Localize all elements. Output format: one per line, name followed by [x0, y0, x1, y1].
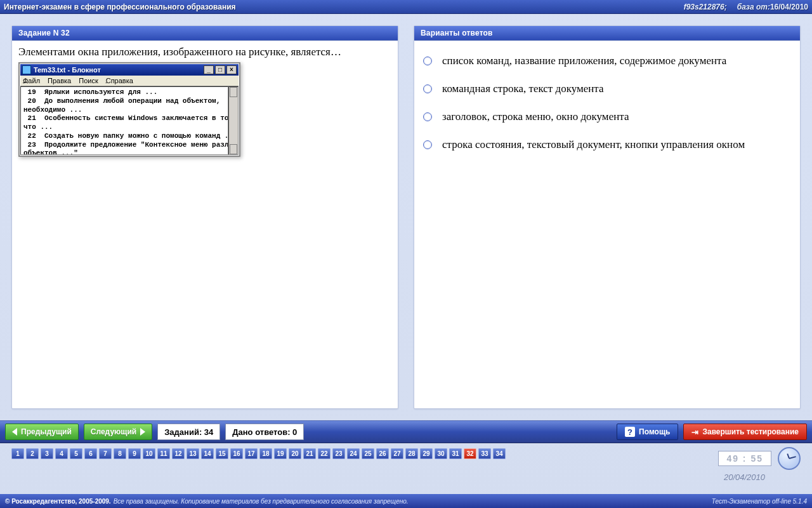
answers-panel: Варианты ответов список команд, название…	[414, 25, 801, 409]
pager-cell[interactable]: 5	[70, 448, 82, 459]
next-button[interactable]: Следующий	[84, 424, 152, 440]
pager-cell[interactable]: 18	[259, 448, 272, 459]
notepad-menubar: Файл Правка Поиск Справка	[20, 76, 239, 86]
pager-cell[interactable]: 13	[187, 448, 199, 459]
menu-edit: Правка	[48, 77, 71, 84]
notepad-caption: Tem33.txt - Блокнот	[34, 66, 204, 74]
app-titlebar: Интернет-экзамен в сфере профессионально…	[0, 0, 812, 14]
pager-cell[interactable]: 14	[201, 448, 214, 459]
pager-cell[interactable]: 33	[478, 448, 491, 459]
menu-file: Файл	[23, 77, 40, 84]
pager-cell[interactable]: 22	[318, 448, 331, 459]
prev-button[interactable]: Предыдущий	[5, 424, 79, 440]
pager-cell[interactable]: 34	[493, 448, 506, 459]
answer-text: строка состояния, текстовый документ, кн…	[442, 138, 745, 151]
pager-cell[interactable]: 28	[405, 448, 418, 459]
pager-cell[interactable]: 6	[84, 448, 97, 459]
radio-icon[interactable]	[423, 84, 432, 93]
clock-area: 49 : 55	[718, 447, 801, 470]
pager-cell[interactable]: 16	[230, 448, 243, 459]
pager-cell[interactable]: 23	[332, 448, 345, 459]
answer-option[interactable]: командная строка, текст документа	[421, 75, 794, 103]
pager-cell[interactable]: 19	[274, 448, 287, 459]
pager-cell[interactable]: 32	[464, 448, 476, 459]
scrollbar	[228, 86, 239, 155]
pager-cell[interactable]: 25	[362, 448, 374, 459]
notepad-titlebar: Tem33.txt - Блокнот _ □ ×	[20, 64, 239, 76]
pager-cell[interactable]: 26	[376, 448, 389, 459]
answer-text: командная строка, текст документа	[442, 83, 604, 95]
tasks-count: Заданий: 34	[157, 424, 220, 440]
answer-option[interactable]: заголовок, строка меню, окно документа	[421, 103, 794, 131]
minimize-icon: _	[204, 65, 214, 74]
main-area: Задание N 32 Элементами окна приложения,…	[0, 14, 812, 420]
answer-text: заголовок, строка меню, окно документа	[442, 110, 629, 123]
rights-text: Все права защищены. Копирование материал…	[114, 498, 409, 505]
navigation-bar: Предыдущий Следующий Заданий: 34 Дано от…	[0, 420, 812, 443]
pager-cell[interactable]: 12	[172, 448, 185, 459]
pager-cell[interactable]: 21	[303, 448, 316, 459]
pager-cell[interactable]: 8	[114, 448, 126, 459]
answers-panel-header: Варианты ответов	[414, 26, 800, 41]
arrow-left-icon	[12, 428, 17, 436]
pager: 1234567891011121314151617181920212223242…	[0, 443, 812, 459]
db-date: база от:16/04/2010	[737, 3, 808, 11]
answered-count: Дано ответов: 0	[225, 424, 304, 440]
embedded-notepad-window: Tem33.txt - Блокнот _ □ × Файл Правка По…	[18, 62, 240, 157]
pager-cell[interactable]: 7	[99, 448, 112, 459]
pager-cell[interactable]: 29	[420, 448, 433, 459]
answer-option[interactable]: список команд, название приложения, соде…	[421, 47, 794, 75]
menu-search: Поиск	[79, 77, 98, 84]
question-text: Элементами окна приложения, изображенног…	[18, 46, 391, 58]
maximize-icon: □	[215, 65, 225, 74]
pager-cell[interactable]: 27	[391, 448, 403, 459]
pager-cell[interactable]: 20	[289, 448, 301, 459]
pager-cell[interactable]: 2	[26, 448, 39, 459]
menu-help: Справка	[106, 77, 133, 84]
footer: © Росаккредагентство, 2005-2009. Все пра…	[0, 494, 812, 508]
finish-button[interactable]: ⇥ Завершить тестирование	[683, 424, 807, 440]
session-id: f93s212876;	[684, 3, 727, 11]
pager-cell[interactable]: 1	[11, 448, 24, 459]
pager-cell[interactable]: 3	[41, 448, 53, 459]
arrow-right-icon	[140, 428, 145, 436]
notepad-textarea: 19 Ярлыки используются для ... 20 До вып…	[20, 86, 228, 155]
pager-cell[interactable]: 24	[347, 448, 360, 459]
copyright: © Росаккредагентство, 2005-2009.	[5, 498, 111, 505]
radio-icon[interactable]	[423, 140, 432, 149]
question-mark-icon: ?	[625, 427, 635, 437]
clock-icon	[778, 447, 801, 470]
pager-cell[interactable]: 31	[449, 448, 462, 459]
pager-cell[interactable]: 11	[157, 448, 170, 459]
help-button[interactable]: ? Помощь	[617, 424, 678, 440]
pager-cell[interactable]: 17	[245, 448, 258, 459]
pager-cell[interactable]: 15	[216, 448, 228, 459]
exit-icon: ⇥	[691, 427, 698, 437]
radio-icon[interactable]	[423, 57, 432, 65]
pager-cell[interactable]: 30	[435, 448, 447, 459]
pager-cell[interactable]: 9	[128, 448, 141, 459]
radio-icon[interactable]	[423, 112, 432, 121]
pager-cell[interactable]: 4	[55, 448, 68, 459]
answer-option[interactable]: строка состояния, текстовый документ, кн…	[421, 131, 794, 159]
app-version: Тест-Экзаменатор off-line 5.1.4	[712, 498, 807, 505]
question-panel-header: Задание N 32	[12, 26, 398, 41]
question-panel: Задание N 32 Элементами окна приложения,…	[11, 25, 398, 409]
time-remaining: 49 : 55	[718, 451, 771, 466]
notepad-icon	[22, 65, 31, 74]
app-title: Интернет-экзамен в сфере профессионально…	[4, 3, 684, 11]
answer-text: список команд, название приложения, соде…	[442, 55, 726, 67]
pager-cell[interactable]: 10	[143, 448, 155, 459]
close-icon: ×	[226, 65, 237, 74]
current-date: 20/04/2010	[724, 472, 765, 482]
